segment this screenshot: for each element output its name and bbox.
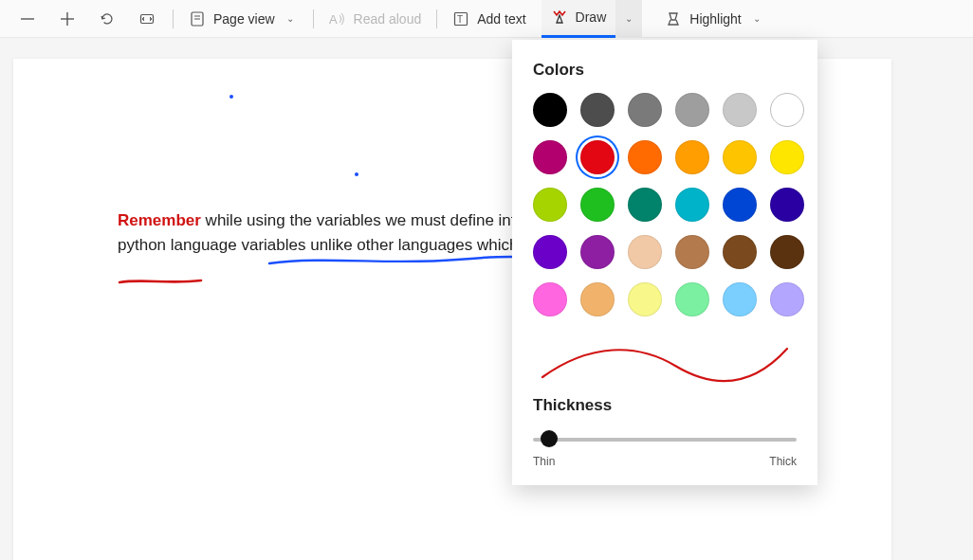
slider-track bbox=[533, 438, 797, 442]
draw-label: Draw bbox=[576, 9, 607, 25]
highlight-button[interactable]: Highlight ⌄ bbox=[655, 0, 773, 38]
read-aloud-button[interactable]: A Read aloud bbox=[320, 0, 431, 38]
color-swatch[interactable] bbox=[533, 93, 567, 127]
color-swatch[interactable] bbox=[770, 93, 804, 127]
color-swatch[interactable] bbox=[770, 188, 804, 222]
thin-label: Thin bbox=[533, 455, 555, 468]
stroke-preview bbox=[533, 334, 797, 387]
add-text-button[interactable]: T Add text bbox=[443, 0, 535, 38]
color-swatch[interactable] bbox=[533, 188, 567, 222]
color-swatch[interactable] bbox=[770, 235, 804, 269]
color-swatch[interactable] bbox=[628, 235, 662, 269]
page-view-button[interactable]: Page view ⌄ bbox=[179, 0, 307, 38]
color-swatch[interactable] bbox=[723, 140, 757, 174]
color-grid bbox=[533, 93, 797, 316]
ink-dot bbox=[229, 95, 233, 99]
color-swatch[interactable] bbox=[675, 188, 709, 222]
zoom-out-button[interactable] bbox=[8, 0, 47, 38]
highlight-label: Highlight bbox=[689, 11, 741, 27]
page-view-label: Page view bbox=[213, 11, 275, 27]
draw-chevron-button[interactable]: ⌄ bbox=[615, 0, 642, 38]
color-swatch[interactable] bbox=[580, 93, 615, 127]
color-swatch[interactable] bbox=[723, 282, 757, 316]
color-swatch[interactable] bbox=[723, 93, 757, 127]
chevron-down-icon: ⌄ bbox=[621, 13, 636, 24]
color-swatch[interactable] bbox=[628, 188, 662, 222]
color-swatch[interactable] bbox=[675, 235, 709, 269]
slider-thumb[interactable] bbox=[541, 430, 558, 447]
read-aloud-icon: A bbox=[329, 10, 346, 27]
color-swatch[interactable] bbox=[723, 188, 757, 222]
read-aloud-label: Read aloud bbox=[354, 11, 422, 27]
color-swatch[interactable] bbox=[770, 140, 804, 174]
color-swatch[interactable] bbox=[628, 140, 662, 174]
color-swatch[interactable] bbox=[675, 282, 709, 316]
chevron-down-icon: ⌄ bbox=[749, 13, 764, 24]
toolbar-separator bbox=[173, 9, 174, 28]
blue-underline-ink bbox=[267, 254, 542, 267]
draw-pen-icon bbox=[551, 9, 568, 26]
color-swatch[interactable] bbox=[580, 235, 615, 269]
color-swatch[interactable] bbox=[533, 235, 567, 269]
color-swatch[interactable] bbox=[628, 93, 662, 127]
thick-label: Thick bbox=[769, 455, 797, 468]
color-swatch[interactable] bbox=[675, 140, 709, 174]
add-text-label: Add text bbox=[477, 11, 525, 27]
color-swatch[interactable] bbox=[580, 282, 615, 316]
rotate-button[interactable] bbox=[87, 0, 127, 38]
chevron-down-icon: ⌄ bbox=[283, 13, 298, 24]
toolbar-separator bbox=[436, 9, 437, 28]
color-swatch[interactable] bbox=[723, 235, 757, 269]
svg-text:A: A bbox=[329, 12, 338, 27]
color-swatch[interactable] bbox=[533, 140, 567, 174]
svg-text:T: T bbox=[457, 14, 463, 25]
toolbar-separator bbox=[313, 9, 314, 28]
fit-width-button[interactable] bbox=[127, 0, 167, 38]
zoom-in-button[interactable] bbox=[47, 0, 87, 38]
color-swatch[interactable] bbox=[580, 140, 615, 174]
color-swatch[interactable] bbox=[580, 188, 615, 222]
color-swatch[interactable] bbox=[770, 282, 804, 316]
highlight-icon bbox=[665, 10, 682, 27]
red-underline-ink bbox=[118, 277, 203, 286]
thickness-slider[interactable] bbox=[533, 428, 797, 451]
remember-word: Remember bbox=[118, 211, 201, 229]
colors-heading: Colors bbox=[533, 61, 797, 80]
color-swatch[interactable] bbox=[628, 282, 662, 316]
ink-dot bbox=[355, 172, 358, 176]
draw-button[interactable]: Draw bbox=[542, 0, 616, 38]
toolbar: Page view ⌄ A Read aloud T Add text Draw… bbox=[0, 0, 973, 38]
add-text-icon: T bbox=[452, 10, 469, 27]
page-view-icon bbox=[189, 10, 206, 27]
color-swatch[interactable] bbox=[533, 282, 567, 316]
draw-options-panel: Colors Thickness Thin Thick bbox=[512, 40, 817, 485]
thickness-heading: Thickness bbox=[533, 396, 797, 415]
color-swatch[interactable] bbox=[675, 93, 709, 127]
